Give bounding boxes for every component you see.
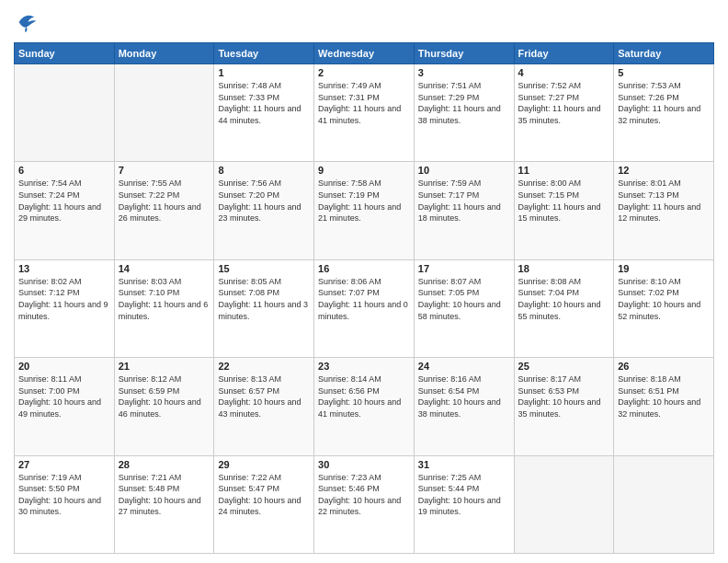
day-number: 7 xyxy=(119,165,210,176)
day-number: 29 xyxy=(218,459,310,470)
day-info: Sunrise: 7:25 AM Sunset: 5:44 PM Dayligh… xyxy=(418,472,510,518)
day-number: 4 xyxy=(518,67,610,78)
day-number: 23 xyxy=(318,361,410,372)
day-info: Sunrise: 7:54 AM Sunset: 7:24 PM Dayligh… xyxy=(18,178,110,224)
calendar-cell: 19Sunrise: 8:10 AM Sunset: 7:02 PM Dayli… xyxy=(614,259,714,357)
calendar-cell: 13Sunrise: 8:02 AM Sunset: 7:12 PM Dayli… xyxy=(15,259,115,357)
day-info: Sunrise: 7:22 AM Sunset: 5:47 PM Dayligh… xyxy=(218,472,310,518)
calendar-cell xyxy=(15,64,115,162)
day-info: Sunrise: 8:03 AM Sunset: 7:10 PM Dayligh… xyxy=(119,276,210,322)
week-row-3: 20Sunrise: 8:11 AM Sunset: 7:00 PM Dayli… xyxy=(15,358,714,455)
day-number: 5 xyxy=(618,67,710,78)
day-number: 17 xyxy=(418,263,510,274)
calendar-cell: 24Sunrise: 8:16 AM Sunset: 6:54 PM Dayli… xyxy=(414,358,514,455)
day-info: Sunrise: 8:02 AM Sunset: 7:12 PM Dayligh… xyxy=(18,276,110,322)
calendar-cell: 18Sunrise: 8:08 AM Sunset: 7:04 PM Dayli… xyxy=(514,259,614,357)
page: SundayMondayTuesdayWednesdayThursdayFrid… xyxy=(0,0,728,563)
day-info: Sunrise: 8:14 AM Sunset: 6:56 PM Dayligh… xyxy=(318,373,410,419)
day-number: 13 xyxy=(18,263,110,274)
calendar-cell: 3Sunrise: 7:51 AM Sunset: 7:29 PM Daylig… xyxy=(414,64,514,162)
weekday-header-friday: Friday xyxy=(514,43,614,64)
weekday-header-sunday: Sunday xyxy=(15,43,115,64)
weekday-header-tuesday: Tuesday xyxy=(214,43,314,64)
calendar-table: SundayMondayTuesdayWednesdayThursdayFrid… xyxy=(14,42,714,554)
day-info: Sunrise: 8:11 AM Sunset: 7:00 PM Dayligh… xyxy=(18,373,110,419)
calendar-cell: 9Sunrise: 7:58 AM Sunset: 7:19 PM Daylig… xyxy=(314,162,415,259)
week-row-4: 27Sunrise: 7:19 AM Sunset: 5:50 PM Dayli… xyxy=(15,455,714,553)
weekday-header-thursday: Thursday xyxy=(414,43,514,64)
day-number: 28 xyxy=(119,459,210,470)
day-number: 9 xyxy=(318,165,410,176)
day-info: Sunrise: 7:56 AM Sunset: 7:20 PM Dayligh… xyxy=(218,178,310,224)
calendar-cell: 2Sunrise: 7:49 AM Sunset: 7:31 PM Daylig… xyxy=(314,64,415,162)
logo-icon xyxy=(14,9,40,35)
weekday-header-saturday: Saturday xyxy=(614,43,714,64)
day-number: 3 xyxy=(418,67,510,78)
day-info: Sunrise: 7:48 AM Sunset: 7:33 PM Dayligh… xyxy=(218,80,310,126)
calendar-cell: 14Sunrise: 8:03 AM Sunset: 7:10 PM Dayli… xyxy=(114,259,214,357)
calendar-cell: 10Sunrise: 7:59 AM Sunset: 7:17 PM Dayli… xyxy=(414,162,514,259)
day-info: Sunrise: 7:55 AM Sunset: 7:22 PM Dayligh… xyxy=(119,178,210,224)
day-info: Sunrise: 8:17 AM Sunset: 6:53 PM Dayligh… xyxy=(518,373,610,419)
day-info: Sunrise: 7:58 AM Sunset: 7:19 PM Dayligh… xyxy=(318,178,410,224)
day-number: 24 xyxy=(418,361,510,372)
calendar-cell: 20Sunrise: 8:11 AM Sunset: 7:00 PM Dayli… xyxy=(15,358,115,455)
calendar-cell: 7Sunrise: 7:55 AM Sunset: 7:22 PM Daylig… xyxy=(114,162,214,259)
day-info: Sunrise: 8:13 AM Sunset: 6:57 PM Dayligh… xyxy=(218,373,310,419)
day-number: 11 xyxy=(518,165,610,176)
day-info: Sunrise: 8:00 AM Sunset: 7:15 PM Dayligh… xyxy=(518,178,610,224)
day-number: 10 xyxy=(418,165,510,176)
header xyxy=(14,9,714,35)
calendar-cell: 12Sunrise: 8:01 AM Sunset: 7:13 PM Dayli… xyxy=(614,162,714,259)
calendar-cell: 8Sunrise: 7:56 AM Sunset: 7:20 PM Daylig… xyxy=(214,162,314,259)
day-number: 21 xyxy=(119,361,210,372)
day-number: 26 xyxy=(618,361,710,372)
day-info: Sunrise: 8:01 AM Sunset: 7:13 PM Dayligh… xyxy=(618,178,710,224)
day-number: 1 xyxy=(218,67,310,78)
calendar-cell: 22Sunrise: 8:13 AM Sunset: 6:57 PM Dayli… xyxy=(214,358,314,455)
day-number: 22 xyxy=(218,361,310,372)
day-number: 25 xyxy=(518,361,610,372)
day-info: Sunrise: 7:52 AM Sunset: 7:27 PM Dayligh… xyxy=(518,80,610,126)
day-number: 19 xyxy=(618,263,710,274)
day-number: 18 xyxy=(518,263,610,274)
day-number: 6 xyxy=(18,165,110,176)
day-number: 15 xyxy=(218,263,310,274)
day-info: Sunrise: 7:21 AM Sunset: 5:48 PM Dayligh… xyxy=(119,472,210,518)
calendar-cell: 23Sunrise: 8:14 AM Sunset: 6:56 PM Dayli… xyxy=(314,358,415,455)
logo xyxy=(14,9,43,35)
day-info: Sunrise: 8:07 AM Sunset: 7:05 PM Dayligh… xyxy=(418,276,510,322)
day-info: Sunrise: 7:51 AM Sunset: 7:29 PM Dayligh… xyxy=(418,80,510,126)
calendar-cell: 1Sunrise: 7:48 AM Sunset: 7:33 PM Daylig… xyxy=(214,64,314,162)
day-info: Sunrise: 8:16 AM Sunset: 6:54 PM Dayligh… xyxy=(418,373,510,419)
day-info: Sunrise: 7:49 AM Sunset: 7:31 PM Dayligh… xyxy=(318,80,410,126)
day-info: Sunrise: 8:10 AM Sunset: 7:02 PM Dayligh… xyxy=(618,276,710,322)
day-info: Sunrise: 8:08 AM Sunset: 7:04 PM Dayligh… xyxy=(518,276,610,322)
day-info: Sunrise: 7:53 AM Sunset: 7:26 PM Dayligh… xyxy=(618,80,710,126)
week-row-2: 13Sunrise: 8:02 AM Sunset: 7:12 PM Dayli… xyxy=(15,259,714,357)
calendar-cell: 26Sunrise: 8:18 AM Sunset: 6:51 PM Dayli… xyxy=(614,358,714,455)
calendar-cell: 15Sunrise: 8:05 AM Sunset: 7:08 PM Dayli… xyxy=(214,259,314,357)
day-number: 12 xyxy=(618,165,710,176)
day-number: 27 xyxy=(18,459,110,470)
weekday-header-wednesday: Wednesday xyxy=(314,43,415,64)
calendar-cell xyxy=(514,455,614,553)
calendar-cell: 29Sunrise: 7:22 AM Sunset: 5:47 PM Dayli… xyxy=(214,455,314,553)
calendar-cell: 16Sunrise: 8:06 AM Sunset: 7:07 PM Dayli… xyxy=(314,259,415,357)
calendar-cell: 30Sunrise: 7:23 AM Sunset: 5:46 PM Dayli… xyxy=(314,455,415,553)
day-number: 31 xyxy=(418,459,510,470)
calendar-cell: 25Sunrise: 8:17 AM Sunset: 6:53 PM Dayli… xyxy=(514,358,614,455)
week-row-0: 1Sunrise: 7:48 AM Sunset: 7:33 PM Daylig… xyxy=(15,64,714,162)
calendar-cell: 21Sunrise: 8:12 AM Sunset: 6:59 PM Dayli… xyxy=(114,358,214,455)
calendar-cell: 17Sunrise: 8:07 AM Sunset: 7:05 PM Dayli… xyxy=(414,259,514,357)
calendar-cell: 27Sunrise: 7:19 AM Sunset: 5:50 PM Dayli… xyxy=(15,455,115,553)
day-info: Sunrise: 8:18 AM Sunset: 6:51 PM Dayligh… xyxy=(618,373,710,419)
weekday-header-row: SundayMondayTuesdayWednesdayThursdayFrid… xyxy=(15,43,714,64)
day-number: 14 xyxy=(119,263,210,274)
calendar-cell xyxy=(614,455,714,553)
day-number: 30 xyxy=(318,459,410,470)
day-info: Sunrise: 7:59 AM Sunset: 7:17 PM Dayligh… xyxy=(418,178,510,224)
day-info: Sunrise: 8:12 AM Sunset: 6:59 PM Dayligh… xyxy=(119,373,210,419)
day-info: Sunrise: 8:06 AM Sunset: 7:07 PM Dayligh… xyxy=(318,276,410,322)
day-number: 16 xyxy=(318,263,410,274)
